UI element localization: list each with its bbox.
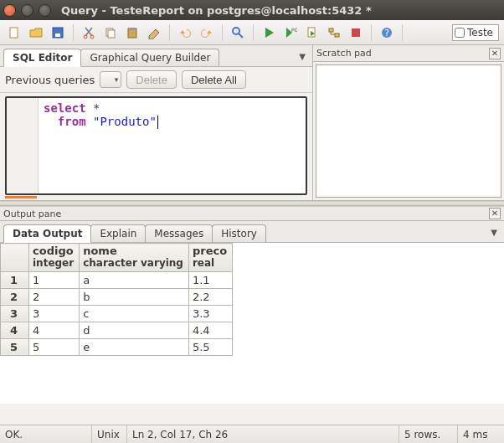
teste-label: Teste: [467, 27, 493, 39]
copy-icon[interactable]: [101, 23, 120, 42]
cell[interactable]: c: [80, 305, 189, 322]
svg-rect-15: [352, 28, 360, 37]
cut-icon[interactable]: [80, 23, 98, 42]
svg-rect-2: [55, 33, 60, 37]
svg-rect-14: [335, 33, 339, 37]
delete-all-button[interactable]: Delete All: [182, 70, 246, 89]
editor-tabs: SQL Editor Graphical Query Builder ▼: [0, 45, 312, 67]
output-pane-header: Output pane ✕: [0, 206, 504, 221]
output-tab-overflow-icon[interactable]: ▼: [487, 226, 501, 239]
paste-icon[interactable]: [123, 23, 141, 42]
table-row[interactable]: 3 3 c 3.3: [1, 305, 233, 322]
cell[interactable]: 1.1: [188, 271, 232, 288]
maximize-window-icon[interactable]: [39, 4, 51, 17]
minimize-window-icon[interactable]: [21, 4, 33, 17]
svg-rect-13: [329, 28, 333, 32]
cell[interactable]: 2: [29, 288, 80, 305]
row-header[interactable]: 3: [1, 305, 29, 322]
grid-corner[interactable]: [1, 244, 29, 272]
cell[interactable]: e: [80, 338, 189, 355]
svg-line-10: [239, 33, 243, 38]
clear-icon[interactable]: [145, 23, 163, 42]
cell[interactable]: 3: [29, 305, 80, 322]
output-tabs: Data Output Explain Messages History ▼: [0, 221, 504, 243]
table-row[interactable]: 1 1 a 1.1: [1, 271, 233, 288]
status-encoding: Unix: [92, 425, 127, 443]
row-header[interactable]: 4: [1, 322, 29, 338]
tab-history[interactable]: History: [212, 224, 266, 242]
close-window-icon[interactable]: [3, 4, 16, 17]
editor-code[interactable]: select * from "Produto": [39, 98, 306, 193]
tab-graphical-query-builder[interactable]: Graphical Query Builder: [80, 49, 219, 66]
table-row[interactable]: 5 5 e 5.5: [1, 338, 233, 355]
new-icon[interactable]: [5, 23, 23, 42]
cell[interactable]: 1: [29, 271, 80, 288]
cell[interactable]: 2.2: [188, 288, 232, 305]
cancel-icon[interactable]: [347, 23, 365, 42]
delete-button[interactable]: Delete: [126, 70, 177, 89]
svg-point-9: [233, 28, 239, 34]
execute-file-icon[interactable]: [303, 23, 321, 42]
row-header[interactable]: 5: [1, 338, 29, 355]
execute-pg-icon[interactable]: PG: [281, 23, 300, 42]
teste-checkbox-input[interactable]: [455, 28, 465, 38]
cell[interactable]: 4.4: [188, 322, 232, 338]
scratch-pad-pane: Scratch pad ✕: [313, 45, 504, 200]
svg-rect-8: [130, 28, 135, 30]
explain-icon[interactable]: [325, 23, 343, 42]
table-row[interactable]: 4 4 d 4.4: [1, 322, 233, 338]
cell[interactable]: 5.5: [188, 338, 232, 355]
previous-queries-row: Previous queries ▾ Delete Delete All: [0, 67, 312, 93]
help-icon[interactable]: ?: [378, 23, 396, 42]
main-toolbar: PG ? Teste: [0, 20, 504, 45]
col-header-codigo[interactable]: codigointeger: [29, 244, 80, 272]
tab-explain[interactable]: Explain: [90, 224, 146, 242]
redo-icon[interactable]: [198, 23, 216, 42]
table-row[interactable]: 2 2 b 2.2: [1, 288, 233, 305]
main-split: SQL Editor Graphical Query Builder ▼ Pre…: [0, 45, 504, 201]
editor-indicator: [5, 196, 37, 198]
save-icon[interactable]: [49, 23, 67, 42]
undo-icon[interactable]: [176, 23, 194, 42]
window-titlebar: Query - TesteReport on postgres@localhos…: [0, 0, 504, 20]
execute-icon[interactable]: [260, 23, 278, 42]
cell[interactable]: 5: [29, 338, 80, 355]
data-grid[interactable]: codigointeger nomecharacter varying prec…: [0, 243, 233, 356]
col-header-nome[interactable]: nomecharacter varying: [80, 244, 189, 272]
status-position: Ln 2, Col 17, Ch 26: [127, 425, 399, 443]
editor-pane: SQL Editor Graphical Query Builder ▼ Pre…: [0, 45, 313, 200]
tab-data-output[interactable]: Data Output: [3, 224, 91, 243]
output-pane-close-icon[interactable]: ✕: [489, 208, 501, 219]
cell[interactable]: 3.3: [188, 305, 232, 322]
find-icon[interactable]: [229, 23, 247, 42]
open-icon[interactable]: [27, 23, 45, 42]
row-header[interactable]: 1: [1, 271, 29, 288]
scratch-pad-header: Scratch pad ✕: [313, 45, 504, 62]
svg-text:?: ?: [385, 28, 389, 38]
scratch-pad-title: Scratch pad: [316, 48, 372, 59]
sql-editor[interactable]: select * from "Produto": [5, 96, 307, 195]
cell[interactable]: b: [80, 288, 189, 305]
scratch-pad-body[interactable]: [316, 64, 501, 198]
editor-gutter: [7, 98, 39, 193]
data-grid-area: codigointeger nomecharacter varying prec…: [0, 243, 504, 404]
svg-rect-6: [108, 30, 115, 38]
svg-rect-0: [10, 28, 18, 38]
cell[interactable]: d: [80, 322, 189, 338]
status-rows: 5 rows.: [399, 425, 458, 443]
window-title: Query - TesteReport on postgres@localhos…: [61, 4, 501, 17]
status-ok: OK.: [0, 425, 92, 443]
previous-queries-label: Previous queries: [5, 74, 95, 86]
cell[interactable]: 4: [29, 322, 80, 338]
tab-sql-editor[interactable]: SQL Editor: [3, 49, 81, 67]
previous-queries-combo[interactable]: ▾: [100, 71, 121, 88]
tab-overflow-icon[interactable]: ▼: [296, 50, 309, 63]
row-header[interactable]: 2: [1, 288, 29, 305]
tab-messages[interactable]: Messages: [145, 224, 213, 242]
scratch-pad-close-icon[interactable]: ✕: [489, 48, 501, 59]
status-bar: OK. Unix Ln 2, Col 17, Ch 26 5 rows. 4 m…: [0, 425, 504, 443]
cell[interactable]: a: [80, 271, 189, 288]
col-header-preco[interactable]: precoreal: [188, 244, 232, 272]
output-pane-title: Output pane: [3, 209, 61, 219]
teste-checkbox[interactable]: Teste: [452, 24, 499, 41]
